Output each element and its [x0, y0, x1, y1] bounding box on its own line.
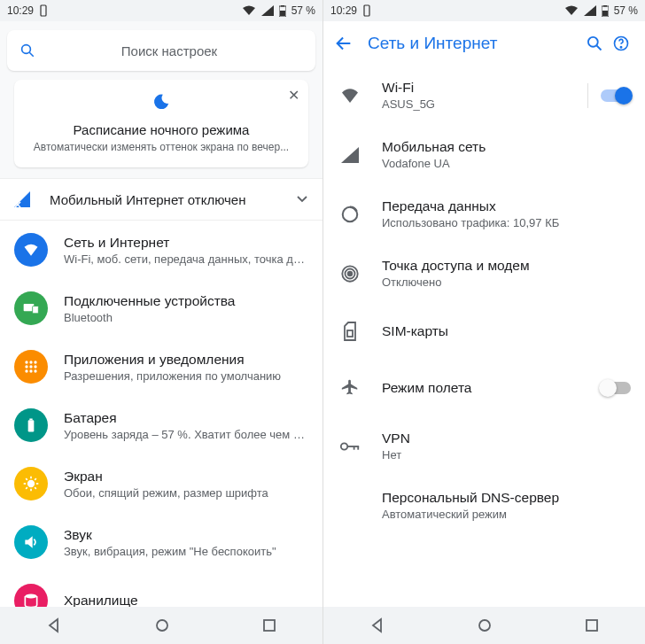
wifi-icon	[338, 88, 362, 104]
row-wifi[interactable]: Wi-Fi ASUS_5G	[323, 66, 645, 125]
settings-list: Сеть и Интернет Wi-Fi, моб. сети, переда…	[0, 221, 322, 607]
nav-recent-icon[interactable]	[585, 618, 599, 632]
svg-rect-52	[587, 620, 597, 631]
svg-point-14	[29, 365, 32, 368]
nav-bar	[0, 607, 322, 644]
svg-point-13	[25, 365, 27, 368]
hotspot-icon	[338, 264, 362, 283]
signal-icon	[584, 5, 596, 16]
svg-point-15	[34, 365, 36, 368]
svg-rect-19	[28, 420, 35, 431]
wifi-toggle[interactable]	[601, 89, 631, 102]
svg-point-31	[157, 620, 167, 631]
signal-off-icon	[14, 191, 30, 207]
network-list: Wi-Fi ASUS_5G Мобильная сеть Vodafone UA	[323, 66, 645, 607]
svg-point-16	[25, 369, 27, 372]
chevron-down-icon	[296, 193, 308, 206]
svg-point-18	[34, 369, 36, 372]
help-icon	[612, 35, 630, 52]
search-icon	[19, 43, 35, 58]
row-network-internet[interactable]: Сеть и Интернет Wi-Fi, моб. сети, переда…	[0, 221, 322, 279]
phone-right-network: 10:29 57 % Сеть и Интернет Wi-Fi ASUS_5G	[322, 0, 645, 644]
nav-home-icon[interactable]	[154, 617, 170, 633]
status-battery: 57 %	[291, 4, 315, 17]
divider	[587, 83, 588, 108]
row-hotspot[interactable]: Точка доступа и модем Отключено	[323, 244, 645, 303]
nav-back-icon[interactable]	[46, 617, 62, 633]
airplane-toggle[interactable]	[601, 382, 631, 394]
row-data-usage[interactable]: Передача данных Использовано трафика: 10…	[323, 184, 645, 244]
nav-back-icon[interactable]	[369, 617, 385, 633]
row-connected-devices[interactable]: Подключенные устройства Bluetooth	[0, 279, 322, 338]
svg-rect-2	[281, 5, 284, 7]
signal-icon	[338, 147, 362, 163]
devices-icon	[14, 291, 48, 325]
row-battery[interactable]: Батарея Уровень заряда – 57 %. Хватит бо…	[0, 396, 322, 454]
row-sound[interactable]: Звук Звук, вибрация, режим "Не беспокоит…	[0, 513, 322, 571]
search-action[interactable]	[581, 35, 608, 52]
svg-line-5	[29, 52, 34, 57]
svg-point-41	[620, 47, 621, 48]
svg-point-38	[588, 37, 598, 47]
svg-rect-0	[41, 5, 46, 16]
app-bar: Сеть и Интернет	[323, 21, 645, 66]
svg-point-12	[34, 361, 36, 363]
svg-point-21	[28, 481, 35, 487]
display-icon	[14, 467, 48, 500]
row-display[interactable]: Экран Обои, спящий режим, размер шрифта	[0, 454, 322, 513]
nav-recent-icon[interactable]	[262, 618, 276, 632]
row-storage[interactable]: Хранилище	[0, 571, 322, 607]
phone-indicator-icon	[362, 4, 371, 17]
close-icon[interactable]: ✕	[288, 87, 299, 104]
search-bar[interactable]: Поиск настроек	[7, 30, 315, 71]
card-title: Расписание ночного режима	[28, 122, 294, 137]
card-subtitle: Автоматически изменять оттенок экрана по…	[28, 141, 294, 153]
row-vpn[interactable]: VPN Нет	[323, 416, 645, 476]
svg-line-26	[26, 478, 27, 480]
svg-line-39	[597, 46, 602, 50]
search-placeholder: Поиск настроек	[35, 43, 303, 58]
night-mode-card[interactable]: ✕ Расписание ночного режима Автоматическ…	[14, 80, 308, 167]
back-arrow-icon[interactable]	[334, 34, 354, 53]
svg-rect-36	[602, 11, 608, 16]
search-icon	[586, 35, 603, 52]
phone-left-settings: 10:29 57 % Поиск настроек ✕ Расписание н…	[0, 0, 322, 644]
vpn-key-icon	[338, 440, 362, 453]
svg-rect-33	[364, 5, 369, 16]
svg-rect-9	[33, 306, 39, 314]
data-usage-icon	[338, 205, 362, 224]
signal-icon	[261, 5, 274, 16]
apps-icon	[14, 350, 48, 384]
battery-icon	[279, 5, 286, 17]
nav-home-icon[interactable]	[477, 617, 493, 633]
row-airplane-mode[interactable]: Режим полета	[323, 360, 645, 416]
battery-icon	[602, 5, 609, 17]
svg-point-4	[22, 45, 31, 54]
status-time: 10:29	[7, 4, 34, 17]
svg-point-17	[29, 369, 32, 372]
status-time: 10:29	[330, 4, 357, 17]
wifi-icon	[564, 5, 579, 16]
airplane-icon	[338, 378, 362, 398]
row-apps-notifications[interactable]: Приложения и уведомления Разрешения, при…	[0, 338, 322, 396]
row-sim-cards[interactable]: SIM-карты	[323, 303, 645, 360]
svg-point-47	[341, 443, 347, 449]
svg-point-51	[479, 620, 490, 631]
moon-icon	[28, 92, 294, 115]
svg-rect-46	[347, 330, 353, 337]
sound-icon	[14, 525, 48, 559]
svg-rect-20	[29, 419, 32, 421]
row-private-dns[interactable]: Персональный DNS-сервер Автоматический р…	[323, 476, 645, 535]
collapse-label: Мобильный Интернет отключен	[50, 192, 296, 207]
sim-icon	[338, 322, 362, 341]
svg-point-43	[348, 271, 353, 275]
svg-point-30	[25, 594, 36, 599]
help-action[interactable]	[608, 35, 634, 52]
svg-point-11	[29, 361, 32, 363]
wifi-icon	[242, 5, 256, 16]
svg-line-27	[35, 487, 36, 489]
row-mobile-network[interactable]: Мобильная сеть Vodafone UA	[323, 125, 645, 184]
status-bar: 10:29 57 %	[0, 0, 322, 21]
search-area: Поиск настроек ✕ Расписание ночного режи…	[0, 21, 322, 178]
mobile-data-collapse[interactable]: Мобильный Интернет отключен	[0, 178, 322, 221]
